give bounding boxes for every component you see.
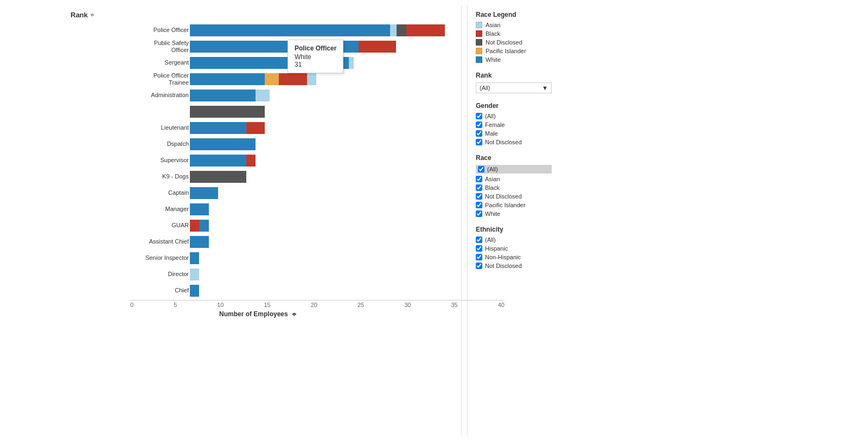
bar-segment-black[interactable] (406, 24, 445, 36)
race-checkbox[interactable] (478, 166, 484, 172)
x-tick: 0 (130, 302, 133, 308)
bar-row: Manager (130, 202, 445, 216)
bar-label: Administration (132, 92, 189, 99)
ethnicity-checkbox-item: Not Disclosed (476, 263, 578, 269)
bar-segment-white[interactable] (190, 24, 390, 36)
race-checkbox[interactable] (476, 210, 482, 217)
divider (461, 5, 462, 436)
bar-segment-white[interactable] (190, 41, 359, 53)
ethnicity-options: (All) Hispanic Non-Hispanic Not Disclose… (476, 237, 578, 269)
bar-segment-asian[interactable] (307, 73, 316, 85)
rank-sort-icon[interactable]: ≑ (90, 12, 94, 18)
gender-checkbox[interactable] (476, 113, 482, 119)
legend-label: Not Disclosed (486, 39, 522, 46)
rank-dropdown[interactable]: (All) ▼ (476, 82, 552, 93)
gender-checkbox[interactable] (476, 130, 482, 137)
bar-segment-not-disclosed[interactable] (190, 171, 246, 183)
legend-color-swatch (476, 48, 482, 54)
bar-segment-white[interactable] (190, 187, 218, 199)
legend-color-swatch (476, 56, 482, 63)
ethnicity-checkbox[interactable] (476, 254, 482, 260)
race-checkbox[interactable] (476, 202, 482, 208)
bar-row: Director (130, 267, 445, 282)
race-checkbox[interactable] (476, 184, 482, 191)
race-option-label: (All) (487, 166, 498, 172)
bar-segment-white[interactable] (190, 203, 209, 215)
bars-wrapper (190, 154, 445, 168)
gender-checkbox-item: (All) (476, 113, 578, 119)
bar-label: Police OfficerTrainee (132, 72, 189, 86)
bar-segment-white[interactable] (190, 138, 256, 150)
bar-segment-white[interactable] (190, 285, 199, 297)
bar-segment-asian[interactable] (256, 90, 270, 101)
bar-label: Public SafetyOfficer (132, 40, 189, 54)
bar-row: K9 - Dogs (130, 170, 445, 184)
bar-segment-asian[interactable] (190, 269, 199, 280)
legend-label: Black (486, 30, 500, 37)
race-checkbox-item: White (476, 210, 578, 217)
gender-checkbox[interactable] (476, 139, 482, 145)
legend-section: Race Legend Asian Black Not Disclosed Pa… (476, 11, 578, 63)
bar-row: Lieutenant (130, 121, 445, 135)
bar-segment-black[interactable] (359, 41, 396, 53)
bars-wrapper (190, 267, 445, 282)
rank-dropdown-arrow: ▼ (542, 85, 548, 91)
ethnicity-option-label: (All) (485, 237, 496, 243)
race-option-label: Black (485, 184, 500, 191)
gender-option-label: Female (485, 122, 505, 128)
ethnicity-option-label: Not Disclosed (485, 263, 522, 269)
bar-segment-asian[interactable] (390, 24, 397, 36)
bar-segment-white[interactable] (190, 57, 349, 69)
bar-segment-white[interactable] (190, 155, 246, 167)
bars-wrapper (190, 251, 445, 265)
ethnicity-checkbox[interactable] (476, 237, 482, 243)
legend-item: Not Disclosed (476, 39, 578, 46)
chart-title-row: Rank ≑ (71, 11, 445, 19)
ethnicity-checkbox[interactable] (476, 263, 482, 269)
bars-wrapper (190, 23, 445, 37)
ethnicity-filter-title: Ethnicity (476, 226, 578, 233)
ethnicity-checkbox[interactable] (476, 245, 482, 252)
bar-label: GUAR (132, 222, 189, 229)
bar-label: Senior Inspector (132, 254, 189, 261)
race-checkbox-item: Asian (476, 176, 578, 182)
bar-row: Sergeant (130, 56, 445, 70)
bar-segment-white[interactable] (190, 90, 256, 101)
bar-segment-black[interactable] (190, 220, 199, 232)
bar-segment-white[interactable] (190, 73, 265, 85)
bar-segment-white[interactable] (190, 236, 209, 248)
bar-segment-white[interactable] (190, 252, 199, 264)
race-checkbox-item: (All) (476, 165, 552, 174)
bar-segment-asian[interactable] (349, 57, 354, 69)
ethnicity-option-label: Non-Hispanic (485, 254, 521, 260)
race-checkbox-item: Not Disclosed (476, 193, 578, 200)
bar-segment-not-disclosed[interactable] (397, 24, 406, 36)
legend-item: Black (476, 30, 578, 37)
bar-segment-pacific-islander[interactable] (265, 73, 279, 85)
legend-label: Asian (486, 22, 501, 28)
bar-label: Dspatch (132, 140, 189, 148)
bar-label: Director (132, 271, 189, 278)
x-axis: 0510152025303540 (130, 300, 505, 308)
race-checkbox[interactable] (476, 176, 482, 182)
bar-segment-black[interactable] (279, 73, 307, 85)
bar-segment-not-disclosed[interactable] (190, 106, 265, 118)
gender-filter-title: Gender (476, 102, 578, 110)
ethnicity-filter-section: Ethnicity (All) Hispanic Non-Hispanic No… (476, 226, 578, 269)
bar-segment-white[interactable] (190, 122, 246, 134)
gender-checkbox[interactable] (476, 122, 482, 128)
bars-wrapper (190, 235, 445, 249)
gender-checkbox-item: Female (476, 122, 578, 128)
bar-segment-black[interactable] (246, 155, 256, 167)
legend-color-swatch (476, 22, 482, 28)
bar-segment-white[interactable] (199, 220, 208, 232)
bars-wrapper (190, 202, 445, 216)
race-checkbox[interactable] (476, 193, 482, 200)
bar-segment-black[interactable] (246, 122, 265, 134)
right-panel: Race Legend Asian Black Not Disclosed Pa… (467, 5, 586, 436)
bar-label: K9 - Dogs (132, 173, 189, 180)
bars-wrapper (190, 56, 445, 70)
chart-area: Rank ≑ Police OfficerPolice Officer Whit… (5, 5, 456, 436)
legend-color-swatch (476, 30, 482, 37)
chart-plot: Police OfficerPolice Officer White 31Pub… (130, 23, 445, 298)
